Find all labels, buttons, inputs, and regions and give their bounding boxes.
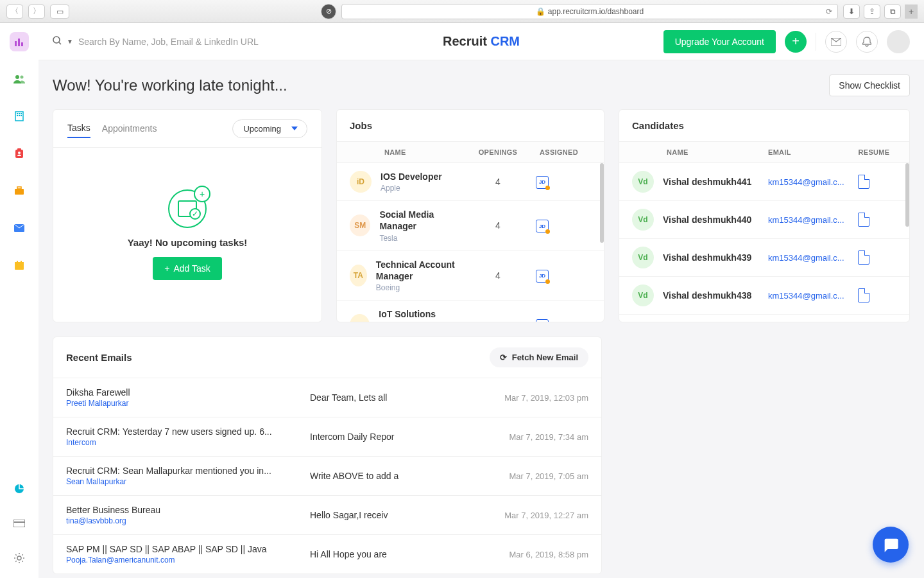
add-button[interactable]: + [785,31,807,53]
search-icon[interactable] [53,36,62,48]
sidebar-item-billing[interactable] [10,514,29,533]
email-subject: Recruit CRM: Sean Mallapurkar mentioned … [66,466,310,476]
candidate-row[interactable]: VdVishal deshmukh438km15344@gmail.c... [619,277,909,315]
job-row[interactable]: ISIoT Solutions ArchitectFacebook4 [337,301,604,322]
svg-rect-2 [21,42,23,46]
candidate-badge: Vd [632,209,654,231]
chat-fab[interactable] [873,527,909,563]
candidate-name: Vishal deshmukh439 [663,252,751,263]
email-subject: Diksha Farewell [66,387,310,398]
email-row[interactable]: Recruit CRM: Yesterday 7 new users signe… [53,417,601,456]
tasks-filter-select[interactable]: Upcoming [232,119,307,138]
browser-reader-icon[interactable]: ⊘ [321,4,336,19]
candidate-row[interactable]: VdVishal deshmukh440km15344@gmail.c... [619,201,909,239]
candidate-email[interactable]: km15344@gmail.c... [768,291,851,301]
sidebar-item-candidates[interactable] [10,69,29,89]
reload-icon[interactable]: ⟳ [826,7,832,16]
add-task-button[interactable]: +Add Task [153,257,222,280]
candidate-row[interactable]: VdVishal deshmukh441km15344@gmail.c... [619,163,909,201]
new-tab-button[interactable]: + [905,4,918,19]
candidate-badge: Vd [632,285,654,306]
email-subject: Better Business Bureau [66,505,310,515]
inbox-icon[interactable] [825,31,847,53]
candidate-email[interactable]: km15344@gmail.c... [768,177,851,187]
svg-point-3 [15,75,19,79]
job-row[interactable]: SMSocial Media ManagerTesla4 [337,201,604,250]
bell-icon[interactable] [856,31,878,53]
candidate-email[interactable]: km15344@gmail.c... [768,253,851,263]
job-company: Tesla [379,234,469,243]
download-icon[interactable]: ⬇ [843,4,860,19]
browser-forward-button[interactable]: 〉 [28,4,45,19]
tabs-icon[interactable]: ⧉ [884,4,901,19]
candidate-badge: Vd [632,247,654,268]
browser-url: app.recruitcrm.io/dashboard [548,7,644,16]
email-subject: Recruit CRM: Yesterday 7 new users signe… [66,426,310,437]
job-badge: SM [350,215,370,236]
candidate-badge: Vd [632,171,654,193]
sidebar-item-jobs[interactable] [10,181,29,200]
show-checklist-button[interactable]: Show Checklist [829,74,910,96]
svg-rect-8 [21,113,22,114]
email-row[interactable]: SAP PM || SAP SD || SAP ABAP || SAP SD |… [53,534,601,574]
fetch-email-button[interactable]: ⟳ Fetch New Email [490,347,588,367]
sidebar-item-companies[interactable] [10,107,29,126]
candidates-table-head: NAME EMAIL RESUME [619,141,909,163]
job-row[interactable]: iDIOS DeveloperApple4 [337,163,604,201]
tab-appointments[interactable]: Appointments [102,119,157,137]
assigned-icon[interactable] [536,220,549,232]
svg-rect-24 [13,521,25,523]
tasks-card: Tasks Appointments Upcoming Yaay! No upc… [53,109,322,322]
candidate-row[interactable]: VdVishal deshmukh439km15344@gmail.c... [619,239,909,277]
browser-back-button[interactable]: 〈 [6,4,23,19]
calendar-icon [14,260,24,270]
sidebar-item-settings[interactable] [10,548,29,568]
svg-rect-19 [15,262,24,264]
upgrade-button[interactable]: Upgrade Your Account [663,30,776,53]
browser-url-bar[interactable]: 🔒 app.recruitcrm.io/dashboard ⟳ [341,4,838,19]
resume-icon[interactable] [858,250,869,265]
email-row[interactable]: Diksha FarewellPreeti MallapurkarDear Te… [53,378,601,417]
email-sender: Pooja.Talan@americanunit.com [66,556,310,565]
assigned-icon[interactable] [536,176,549,189]
email-preview: Hello Sagar,I receiv [310,510,486,520]
share-icon[interactable]: ⇪ [864,4,880,19]
refresh-icon: ⟳ [500,353,507,362]
resume-icon[interactable] [858,213,869,227]
sidebar-item-calendar[interactable] [10,256,29,275]
resume-icon[interactable] [858,175,869,189]
candidates-card: Candidates NAME EMAIL RESUME VdVishal de… [619,109,910,322]
email-time: Mar 7, 2019, 12:03 pm [486,393,588,403]
jobs-card: Jobs NAME OPENINGS ASSIGNED iDIOS Develo… [336,109,604,322]
email-row[interactable]: Recruit CRM: Sean Mallapurkar mentioned … [53,456,601,495]
email-preview: Intercom Daily Repor [310,432,486,442]
email-sender: Sean Mallapurkar [66,477,310,486]
avatar[interactable] [887,30,910,53]
lock-icon: 🔒 [536,7,545,16]
sidebar-item-dashboard[interactable] [10,32,29,51]
job-row[interactable]: TATechnical Account ManagerBoeing4 [337,251,604,301]
card-icon [13,520,25,527]
tab-tasks[interactable]: Tasks [67,119,90,138]
tasks-empty-icon [168,189,207,228]
assigned-icon[interactable] [536,270,549,283]
sidebar-item-contacts[interactable] [10,144,29,163]
email-row[interactable]: Better Business Bureautina@lasvbbb.orgHe… [53,495,601,534]
email-subject: SAP PM || SAP SD || SAP ABAP || SAP SD |… [66,544,310,554]
job-name: IoT Solutions Architect [379,308,469,322]
browser-sidebar-button[interactable]: ▭ [50,4,69,19]
search-input[interactable] [78,37,296,47]
greeting-text: Wow! You're working late tonight... [53,76,287,94]
svg-rect-9 [17,115,18,116]
email-preview: Write ABOVE to add a [310,471,486,481]
sidebar-item-mail[interactable] [10,218,29,238]
candidate-name: Vishal deshmukh438 [663,290,751,301]
svg-point-4 [21,76,24,79]
candidate-email[interactable]: km15344@gmail.c... [768,215,851,225]
resume-icon[interactable] [858,288,869,302]
building-icon [14,111,24,121]
job-openings: 4 [469,270,527,281]
assigned-icon[interactable] [536,319,549,322]
sidebar-item-reports[interactable] [10,479,29,498]
search-dropdown-icon[interactable]: ▼ [67,38,73,45]
